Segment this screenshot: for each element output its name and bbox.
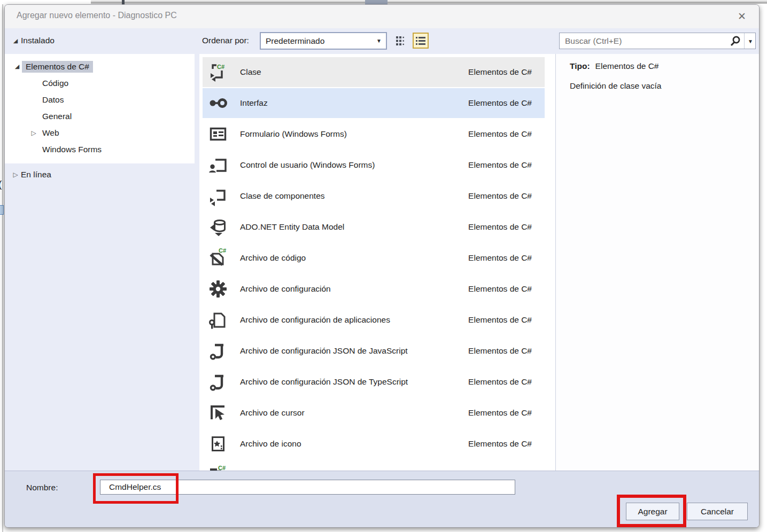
list-item-label: Formulario (Windows Forms) <box>240 129 347 139</box>
main-area: ◢ Elementos de C# Código Datos General ▷… <box>5 54 759 471</box>
sidebar-item-instalado[interactable]: ◢ Instalado <box>10 36 55 45</box>
list-item-category: Elementos de C# <box>468 253 545 263</box>
dialog-title: Agregar nuevo elemento - Diagnostico PC <box>17 11 177 20</box>
tree-item-label: Windows Forms <box>38 144 105 155</box>
windows-form-icon <box>208 124 228 144</box>
search-dropdown-icon[interactable]: ▼ <box>748 38 753 44</box>
list-view-icon <box>416 37 425 45</box>
close-icon[interactable]: ✕ <box>733 8 750 25</box>
list-item-ado-net-entity-data-model[interactable]: ADO.NET Entity Data Model Elementos de C… <box>203 212 545 242</box>
type-value: Elementos de C# <box>595 61 659 71</box>
tree-item-label: Web <box>38 127 63 139</box>
tree-item-windows-forms[interactable]: Windows Forms <box>5 142 195 157</box>
list-view-button[interactable] <box>413 33 429 49</box>
list-item-archivo-de-configuracion[interactable]: Archivo de configuración Elementos de C# <box>203 274 545 304</box>
cancel-button[interactable]: Cancelar <box>687 503 748 520</box>
expander-icon[interactable]: ▷ <box>29 129 38 137</box>
list-item-category: Elementos de C# <box>468 377 545 387</box>
list-item-label: Interfaz <box>240 98 268 108</box>
grid-view-icon <box>396 36 405 45</box>
assembly-info-icon: C# <box>208 465 228 471</box>
toolbar: Ordenar por: Predeterminado ▼ <box>5 28 759 54</box>
list-item-label: Archivo de configuración JSON de TypeScr… <box>240 377 408 387</box>
add-button[interactable]: Agregar <box>626 503 679 520</box>
list-item-category: Elementos de C# <box>468 222 545 232</box>
item-description: Definición de clase vacía <box>570 81 748 91</box>
list-item-label: Archivo de configuración <box>240 284 331 294</box>
expander-icon[interactable]: ◢ <box>10 37 21 44</box>
list-item-label: Archivo de icono <box>240 439 301 449</box>
details-panel: Tipo:Elementos de C# Definición de clase… <box>555 54 759 471</box>
sort-by-dropdown[interactable]: Predeterminado ▼ <box>260 32 387 50</box>
search-input[interactable] <box>560 33 736 49</box>
list-item-control-de-usuario-windows-forms[interactable]: Control de usuario (Windows Forms) Eleme… <box>203 150 545 180</box>
background-window-left-edge <box>2 4 3 532</box>
json-config-icon <box>208 341 228 361</box>
search-icon[interactable] <box>730 35 741 47</box>
list-item-formulario-windows-forms[interactable]: Formulario (Windows Forms) Elementos de … <box>203 119 545 149</box>
list-item-clase[interactable]: C# Clase Elementos de C# <box>203 57 545 87</box>
template-list: C# Clase Elementos de C# Interfaz Elemen… <box>199 54 555 471</box>
list-item-clase-de-componentes[interactable]: Clase de componentes Elementos de C# <box>203 181 545 211</box>
background-window-fragment <box>0 205 4 215</box>
background-window-scrollbar-track <box>91 2 767 4</box>
list-item-label: Archivo de configuración de aplicaciones <box>240 315 390 325</box>
list-item-category: Elementos de C# <box>468 315 545 325</box>
icon-file-icon <box>208 434 228 454</box>
list-item-interfaz[interactable]: Interfaz Elementos de C# <box>203 88 545 118</box>
list-item-category: Elementos de C# <box>468 67 545 77</box>
tree-item-label: Código <box>38 77 72 89</box>
list-item-label: Archivo de código <box>240 253 306 263</box>
sidebar-item-en-linea[interactable]: ▷ En línea <box>10 170 51 179</box>
list-item-label: Control de usuario (Windows Forms) <box>240 160 375 170</box>
type-label: Tipo: <box>570 61 590 71</box>
component-class-icon <box>208 186 228 206</box>
svg-text:C#: C# <box>219 248 226 254</box>
tree-item-codigo[interactable]: Código <box>5 76 195 90</box>
search-box: ▼ <box>559 33 756 49</box>
tree-item-datos[interactable]: Datos <box>5 92 195 107</box>
name-label: Nombre: <box>26 483 58 492</box>
chevron-down-icon: ▼ <box>376 38 382 44</box>
svg-text:C#: C# <box>218 465 226 471</box>
category-tree: ◢ Elementos de C# Código Datos General ▷… <box>5 54 195 163</box>
list-item-archivo-de-configuracion-json-de-typescript[interactable]: Archivo de configuración JSON de TypeScr… <box>203 367 545 397</box>
tree-item-general[interactable]: General <box>5 109 195 123</box>
svg-text:C#: C# <box>217 64 224 70</box>
background-window-scrollbar-thumb <box>365 0 388 4</box>
footer-bar: Nombre: Agregar Cancelar <box>5 471 759 527</box>
tree-item-label: Elementos de C# <box>22 61 93 73</box>
list-item-archivo-de-configuracion-json-de-javascript[interactable]: Archivo de configuración JSON de JavaScr… <box>203 336 545 366</box>
grid-view-button[interactable] <box>392 33 408 49</box>
expander-icon[interactable]: ▷ <box>10 171 21 178</box>
list-item-category: Elementos de C# <box>468 284 545 294</box>
list-item-label: Archivo de cursor <box>240 408 305 418</box>
interface-icon <box>208 93 228 113</box>
cursor-file-icon <box>208 403 228 423</box>
list-item-archivo-de-cursor[interactable]: Archivo de cursor Elementos de C# <box>203 398 545 428</box>
json-config-icon <box>208 372 228 392</box>
list-item-archivo-de-icono[interactable]: Archivo de icono Elementos de C# <box>203 429 545 459</box>
list-item-archivo-de-configuracion-de-aplicaciones[interactable]: Archivo de configuración de aplicaciones… <box>203 305 545 335</box>
search-divider <box>744 33 745 49</box>
list-item-category: Elementos de C# <box>468 408 545 418</box>
tree-item-label: General <box>38 111 75 122</box>
class-icon: C# <box>208 62 228 82</box>
list-item-category: Elementos de C# <box>468 160 545 170</box>
code-file-icon: C# <box>208 248 228 268</box>
expander-icon[interactable]: ◢ <box>12 63 22 70</box>
list-item-label: Clase de componentes <box>240 191 325 201</box>
list-item-archivo-de-informacion-de-ensamblado[interactable]: C# Archivo de información de ensamblado … <box>203 460 545 471</box>
name-input[interactable] <box>100 480 515 495</box>
settings-gear-icon <box>208 279 228 299</box>
list-item-label: ADO.NET Entity Data Model <box>240 222 344 232</box>
tree-item-elementos-de-c[interactable]: ◢ Elementos de C# <box>5 59 195 74</box>
sort-by-label: Ordenar por: <box>202 36 249 45</box>
list-item-category: Elementos de C# <box>468 346 545 356</box>
screen: { "window": { "title": "Agregar nuevo el… <box>0 0 767 532</box>
list-item-archivo-de-codigo[interactable]: C# Archivo de código Elementos de C# <box>203 243 545 273</box>
tree-item-label: Datos <box>38 94 68 106</box>
title-bar: Agregar nuevo elemento - Diagnostico PC … <box>5 5 759 28</box>
list-item-label: Clase <box>240 67 261 77</box>
tree-item-web[interactable]: ▷ Web <box>5 126 195 140</box>
